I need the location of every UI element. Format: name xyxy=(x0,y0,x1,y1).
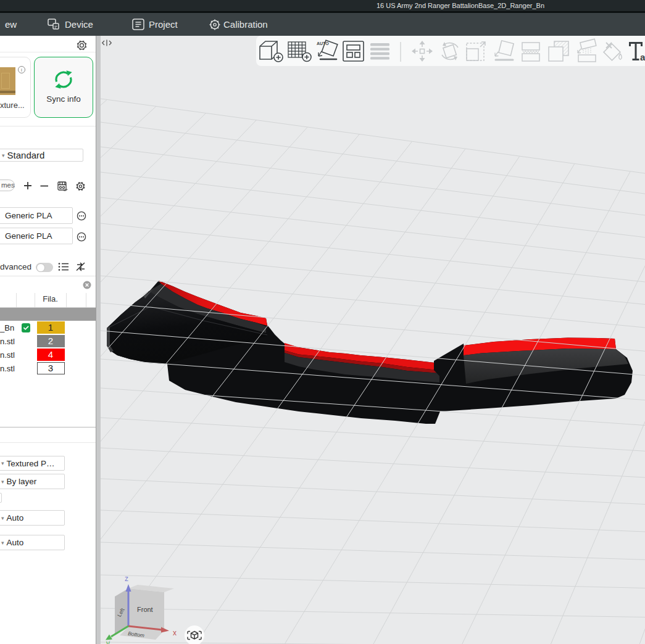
svg-text:z: z xyxy=(125,574,128,583)
svg-text:x: x xyxy=(173,629,177,637)
svg-text:a: a xyxy=(640,52,645,62)
svg-text:Bottom: Bottom xyxy=(128,630,145,638)
svg-text:y: y xyxy=(106,639,110,644)
svg-text:Front: Front xyxy=(137,606,153,613)
svg-text:AUTO: AUTO xyxy=(317,41,329,46)
